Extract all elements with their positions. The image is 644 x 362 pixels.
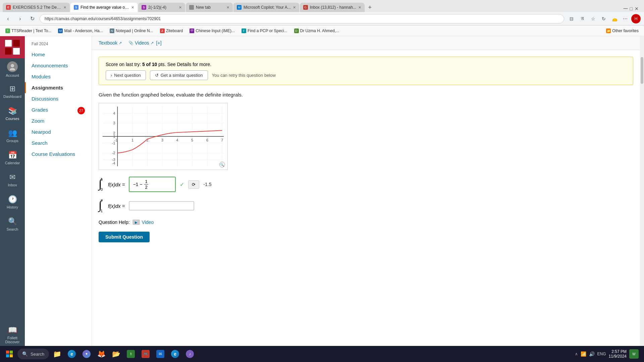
more-tools-icon[interactable]: ⋯ bbox=[621, 14, 630, 23]
close-window-button[interactable]: ✕ bbox=[635, 6, 639, 11]
bookmark-chinese[interactable]: 中 Chinese Input (IME)... bbox=[187, 28, 237, 34]
bookmark-notepad[interactable]: N Notepad | Online N... bbox=[107, 28, 156, 34]
resource-tab-videos[interactable]: 📎 Videos ↗ [+] bbox=[128, 40, 162, 46]
taskbar-app-mail[interactable]: ✉ bbox=[154, 347, 167, 361]
bookmark-mail[interactable]: M Mail - Anderson, Ha... bbox=[55, 28, 105, 34]
problem-statement: Given the function graphed below, evalua… bbox=[99, 92, 633, 98]
sidebar-item-follett[interactable]: 📖 Follett Discover bbox=[0, 324, 25, 346]
url-input[interactable] bbox=[40, 14, 564, 23]
videos-external-icon: ↗ bbox=[151, 41, 154, 45]
taskbar-app-edge2[interactable]: e bbox=[168, 347, 182, 361]
tab-2-close[interactable]: ✕ bbox=[131, 5, 134, 10]
nav-zoom[interactable]: Zoom bbox=[25, 115, 92, 126]
scrollbar-thumb[interactable] bbox=[641, 57, 643, 84]
tab-2[interactable]: S Find the average value of... ✕ bbox=[70, 3, 138, 12]
nav-search[interactable]: Search bbox=[25, 137, 92, 148]
nav-announcements[interactable]: Announcements bbox=[25, 60, 92, 71]
bookmark-chinese-label: Chinese Input (IME)... bbox=[196, 28, 235, 33]
tab-4-close[interactable]: ✕ bbox=[226, 5, 229, 10]
inbox-icon: ✉ bbox=[9, 173, 15, 182]
sidebar-item-groups[interactable]: 👥 Groups bbox=[0, 125, 25, 147]
taskbar-search-box[interactable]: 🔍 Search bbox=[17, 349, 49, 359]
back-button[interactable]: ‹ bbox=[3, 14, 13, 23]
canvas-logo[interactable] bbox=[0, 36, 25, 58]
nav-home[interactable]: Home bbox=[25, 49, 92, 60]
profile-icon[interactable]: H bbox=[631, 14, 641, 23]
taskbar-app-edge[interactable]: e bbox=[65, 347, 78, 361]
taskbar-app-fileexplorer[interactable]: 📁 bbox=[50, 347, 64, 361]
bookmark-ttsreader[interactable]: T TTSReader | Text To... bbox=[3, 28, 54, 34]
svg-text:3: 3 bbox=[113, 121, 115, 125]
taskbar-app-music[interactable]: ♪ bbox=[183, 347, 197, 361]
integral-1-input-box[interactable]: −1 − 1 2 bbox=[129, 177, 176, 192]
attempt-icon: ⟳ bbox=[192, 182, 196, 187]
sidebar-item-inbox[interactable]: ✉ Inbox bbox=[0, 169, 25, 191]
collections-icon[interactable]: ↻ bbox=[599, 14, 608, 23]
nav-course-evaluations[interactable]: Course Evaluations bbox=[25, 148, 92, 160]
nav-modules[interactable]: Modules bbox=[25, 71, 92, 82]
sidebar-item-dashboard[interactable]: ⊞ Dashboard bbox=[0, 80, 25, 103]
favorites-icon[interactable]: ☆ bbox=[588, 14, 598, 23]
taskbar-app-epic[interactable]: ⚕ bbox=[124, 347, 138, 361]
svg-rect-43 bbox=[10, 354, 13, 357]
resource-tab-textbook[interactable]: Textbook ↗ bbox=[99, 40, 122, 46]
taskbar-clock[interactable]: 2:57 PM 11/9/2024 bbox=[609, 349, 627, 359]
tab-4-favicon bbox=[189, 5, 194, 10]
nav-discussions[interactable]: Discussions bbox=[25, 93, 92, 104]
next-question-button[interactable]: › Next question bbox=[106, 70, 146, 80]
sidebar-item-account[interactable]: Account bbox=[0, 58, 25, 80]
browser-wallet-icon[interactable]: 👝 bbox=[610, 14, 619, 23]
sidebar-item-history-label: History bbox=[7, 205, 18, 209]
tab-5-close[interactable]: ✕ bbox=[293, 5, 296, 10]
nav-grades[interactable]: Grades 27 bbox=[25, 104, 92, 115]
sidebar-item-courses[interactable]: 📚 Courses bbox=[0, 103, 25, 125]
tab-6-close[interactable]: ✕ bbox=[358, 5, 361, 10]
read-mode-icon[interactable]: 𝔄 bbox=[578, 14, 587, 23]
forward-button[interactable]: › bbox=[15, 14, 25, 23]
submit-question-button[interactable]: Submit Question bbox=[99, 232, 150, 242]
bookmark-other-favorites[interactable]: 📁 Other favorites bbox=[603, 28, 641, 34]
history-icon: 🕐 bbox=[8, 195, 17, 204]
bookmark-pcp[interactable]: F Find a PCP or Speci... bbox=[239, 28, 290, 34]
sidebar-item-calendar[interactable]: 📅 Calendar bbox=[0, 147, 25, 169]
integral-2-input[interactable] bbox=[129, 201, 194, 210]
get-similar-question-button[interactable]: ↺ Get a similar question bbox=[150, 70, 208, 80]
svg-text:-4: -4 bbox=[112, 161, 115, 165]
taskbar-app-copilot[interactable]: ✦ bbox=[80, 347, 93, 361]
integral-2-expr: f(x)dx = bbox=[108, 203, 125, 209]
sidebar-item-inbox-label: Inbox bbox=[8, 183, 17, 187]
svg-text:🔍: 🔍 bbox=[220, 163, 224, 167]
taskbar-app-firefox[interactable]: 🦊 bbox=[95, 347, 108, 361]
watchlist-ideas-icon[interactable]: W bbox=[629, 349, 639, 359]
reload-button[interactable]: ↻ bbox=[28, 14, 37, 23]
start-button[interactable] bbox=[3, 347, 16, 361]
sidebar-item-search[interactable]: 🔍 Search bbox=[0, 213, 25, 235]
taskbar-app-files[interactable]: 📂 bbox=[109, 347, 123, 361]
nav-assignments[interactable]: Assignments bbox=[25, 82, 92, 93]
bookmark-chinese-icon: 中 bbox=[190, 28, 194, 33]
minimize-button[interactable]: ─ bbox=[624, 5, 628, 12]
tab-3[interactable]: S 2(-1/2)(-4) ✕ bbox=[138, 3, 185, 12]
tab-6[interactable]: G Inbox (13,812) - hannah... ✕ bbox=[300, 3, 365, 12]
tab-1-close[interactable]: ✕ bbox=[63, 5, 66, 10]
split-screen-icon[interactable]: ⊟ bbox=[567, 14, 576, 23]
tray-expand[interactable]: ∧ bbox=[575, 352, 578, 356]
nav-nearpod[interactable]: Nearpod bbox=[25, 126, 92, 137]
bookmark-druzma[interactable]: D Dr Uzma H. Ahmed,... bbox=[291, 28, 342, 34]
bookmark-druzma-label: Dr Uzma H. Ahmed,... bbox=[300, 28, 339, 33]
canvas-nav-header: Fall 2024 bbox=[25, 36, 92, 49]
new-tab-button[interactable]: + bbox=[365, 3, 375, 12]
check-icon-1: ✓ bbox=[180, 181, 184, 188]
video-help-button[interactable]: ▶ Video bbox=[132, 220, 154, 225]
sidebar-item-account-label: Account bbox=[6, 73, 19, 77]
sidebar-item-history[interactable]: 🕐 History bbox=[0, 191, 25, 213]
bookmark-ziteboard[interactable]: Z Ziteboard bbox=[157, 28, 186, 34]
maximize-button[interactable]: □ bbox=[630, 6, 633, 11]
attempt-button-1[interactable]: ⟳ bbox=[188, 180, 199, 189]
tab-5[interactable]: M Microsoft Copilot: Your A... ✕ bbox=[233, 3, 299, 12]
tab-4[interactable]: New tab ✕ bbox=[186, 3, 233, 12]
taskbar-app-app7[interactable]: 🎮 bbox=[139, 347, 152, 361]
fraction-half: 1 2 bbox=[144, 179, 148, 190]
tab-3-close[interactable]: ✕ bbox=[179, 5, 182, 10]
tab-1[interactable]: E EXERCISES 5.2 The Defini... ✕ bbox=[3, 3, 70, 12]
